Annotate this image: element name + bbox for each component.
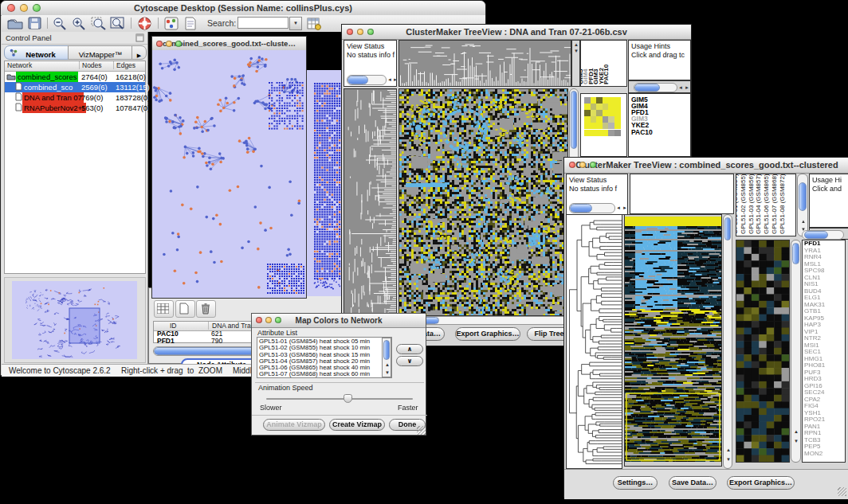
network-grid-canvas[interactable] bbox=[307, 70, 345, 296]
scroll-down-icon[interactable]: ▼ bbox=[385, 370, 390, 375]
attribute-list-vscrollbar[interactable]: ▲ ▼ bbox=[382, 338, 391, 377]
scroll-right-icon[interactable]: ► bbox=[622, 205, 627, 210]
tv2-heatmap-vscrollbar[interactable]: ▲ ▼ bbox=[723, 214, 732, 469]
close-icon[interactable] bbox=[569, 162, 575, 168]
tv2-column-label[interactable]: GPL51-01 (GSM854) bbox=[736, 174, 739, 234]
tv2-column-label[interactable]: GPL51-02 (GSM855) bbox=[740, 174, 747, 234]
col-nodes[interactable]: Nodes bbox=[79, 61, 102, 69]
tv1-export-graphics-button[interactable]: Export Graphics… bbox=[455, 327, 520, 341]
tv1-mini-heatmap[interactable] bbox=[584, 97, 621, 136]
scroll-left-icon[interactable]: ◄ bbox=[616, 205, 621, 210]
network-overview-canvas[interactable] bbox=[12, 281, 137, 359]
mini-heatmap-cell[interactable] bbox=[584, 97, 591, 104]
tv2-status-hscrollbar[interactable] bbox=[569, 203, 615, 213]
mini-heatmap-cell[interactable] bbox=[591, 97, 597, 104]
mini-heatmap-cell[interactable] bbox=[603, 97, 609, 104]
attribute-select-button[interactable] bbox=[154, 300, 174, 318]
col-edges[interactable]: Edges bbox=[113, 61, 135, 69]
delete-attribute-button[interactable] bbox=[196, 300, 216, 318]
tv2-column-label[interactable]: GPL51-08 (GSM872) bbox=[779, 174, 786, 234]
attribute-listbox[interactable]: GPL51-01 (GSM854) heat shock 05 minGPL51… bbox=[257, 337, 392, 378]
scroll-up-icon[interactable]: ▲ bbox=[794, 429, 799, 434]
mini-heatmap-cell[interactable] bbox=[603, 110, 609, 116]
mini-heatmap-cell[interactable] bbox=[584, 130, 591, 136]
resize-grip[interactable] bbox=[417, 426, 426, 435]
zoom-out-icon[interactable] bbox=[53, 17, 67, 30]
scroll-down-icon[interactable]: ▼ bbox=[726, 457, 731, 462]
tv1-status-hscrollbar[interactable] bbox=[347, 75, 387, 85]
scroll-right-icon[interactable]: ► bbox=[393, 77, 397, 82]
scroll-down-icon[interactable]: ▼ bbox=[574, 49, 579, 53]
tv2-column-label[interactable]: GPL51-07 (GSM868) bbox=[771, 174, 778, 234]
close-icon[interactable] bbox=[7, 4, 15, 12]
network-list-row[interactable]: combined_sco2569(6)13112(15) bbox=[5, 82, 145, 92]
mini-heatmap-cell[interactable] bbox=[608, 123, 614, 129]
tv1-column-dendrogram-canvas[interactable] bbox=[399, 41, 571, 86]
zoom-window-icon[interactable] bbox=[367, 29, 374, 35]
tab-vizmapper[interactable]: VizMapper™ bbox=[68, 45, 133, 60]
mini-heatmap-cell[interactable] bbox=[608, 104, 614, 110]
tab-overflow-button[interactable]: ▶ bbox=[132, 45, 147, 60]
zoom-window-icon[interactable] bbox=[275, 317, 281, 323]
animation-speed-slider[interactable] bbox=[266, 393, 413, 404]
float-panel-icon[interactable] bbox=[135, 33, 144, 42]
tv2-genes-hscrollbar[interactable] bbox=[802, 230, 844, 240]
tv1-column-label[interactable]: PAC10 bbox=[603, 64, 610, 84]
network-list-row[interactable]: DNA and Tran 07769(0)183728(0) bbox=[5, 92, 145, 103]
save-session-icon[interactable] bbox=[28, 17, 41, 29]
mini-heatmap-cell[interactable] bbox=[614, 104, 621, 110]
scroll-up-icon[interactable]: ▲ bbox=[385, 362, 390, 367]
mini-heatmap-cell[interactable] bbox=[614, 123, 621, 129]
close-icon[interactable] bbox=[156, 41, 163, 47]
annotation-icon[interactable] bbox=[184, 17, 197, 30]
tv2-zoom-heatmap-canvas[interactable] bbox=[736, 240, 789, 462]
mini-heatmap-cell[interactable] bbox=[603, 104, 609, 110]
open-session-icon[interactable] bbox=[7, 17, 23, 29]
scroll-up-icon[interactable]: ▲ bbox=[726, 447, 731, 452]
minimize-icon[interactable] bbox=[265, 317, 272, 323]
mini-heatmap-cell[interactable] bbox=[614, 116, 621, 123]
mini-heatmap-cell[interactable] bbox=[608, 130, 614, 136]
mini-heatmap-cell[interactable] bbox=[584, 104, 591, 110]
network-list-row[interactable]: combined_scores2764(0)16218(0) bbox=[5, 72, 145, 82]
zoom-in-icon[interactable] bbox=[72, 17, 86, 30]
zoom-window-icon[interactable] bbox=[590, 162, 596, 168]
search-input[interactable] bbox=[238, 17, 289, 29]
mini-heatmap-cell[interactable] bbox=[596, 110, 603, 116]
zoom-window-icon[interactable] bbox=[33, 4, 41, 12]
close-icon[interactable] bbox=[256, 317, 262, 323]
minimize-icon[interactable] bbox=[166, 41, 172, 47]
mini-heatmap-cell[interactable] bbox=[614, 130, 621, 136]
tv2-heatmap-canvas[interactable] bbox=[625, 215, 721, 466]
network-view-window-grid[interactable] bbox=[305, 70, 345, 296]
tv2-column-dendrogram-panel[interactable] bbox=[630, 174, 734, 214]
close-icon[interactable] bbox=[347, 29, 353, 35]
mini-heatmap-cell[interactable] bbox=[603, 123, 609, 129]
mini-heatmap-cell[interactable] bbox=[596, 116, 603, 123]
scroll-down-icon[interactable]: ▼ bbox=[794, 439, 799, 443]
zoom-fit-icon[interactable] bbox=[110, 17, 125, 30]
mini-heatmap-cell[interactable] bbox=[591, 123, 597, 129]
tv1-row-dendrogram-canvas[interactable] bbox=[344, 89, 396, 315]
mini-heatmap-cell[interactable] bbox=[591, 110, 597, 116]
tv1-row-label[interactable]: PAC10 bbox=[631, 129, 653, 135]
mini-heatmap-cell[interactable] bbox=[603, 116, 609, 123]
network-canvas[interactable] bbox=[152, 50, 306, 298]
tv2-row-dendrogram-canvas[interactable] bbox=[567, 215, 622, 468]
mini-heatmap-cell[interactable] bbox=[596, 104, 603, 110]
tv2-export-graphics-button[interactable]: Export Graphics… bbox=[727, 476, 795, 490]
move-up-button[interactable]: ∧ bbox=[396, 344, 423, 354]
mini-heatmap-cell[interactable] bbox=[591, 130, 597, 136]
tv1-hints-hscrollbar[interactable] bbox=[634, 83, 677, 92]
animate-vizmap-button[interactable]: Animate Vizmap bbox=[263, 419, 325, 431]
mini-heatmap-cell[interactable] bbox=[608, 97, 614, 104]
zoom-selected-icon[interactable] bbox=[91, 17, 106, 30]
network-list-row[interactable]: RNAPuberNov2+!563(0)107847(0) bbox=[5, 103, 145, 113]
help-lifesaver-icon[interactable] bbox=[138, 17, 151, 30]
mini-heatmap-cell[interactable] bbox=[591, 104, 597, 110]
mini-heatmap-cell[interactable] bbox=[596, 130, 603, 136]
tv2-column-label[interactable]: GPL51-06 (GSM865) bbox=[764, 174, 770, 234]
tv2-column-label[interactable]: GPL51-04 (GSM857) bbox=[756, 174, 762, 234]
mini-heatmap-cell[interactable] bbox=[608, 110, 614, 116]
mini-heatmap-cell[interactable] bbox=[614, 110, 621, 116]
